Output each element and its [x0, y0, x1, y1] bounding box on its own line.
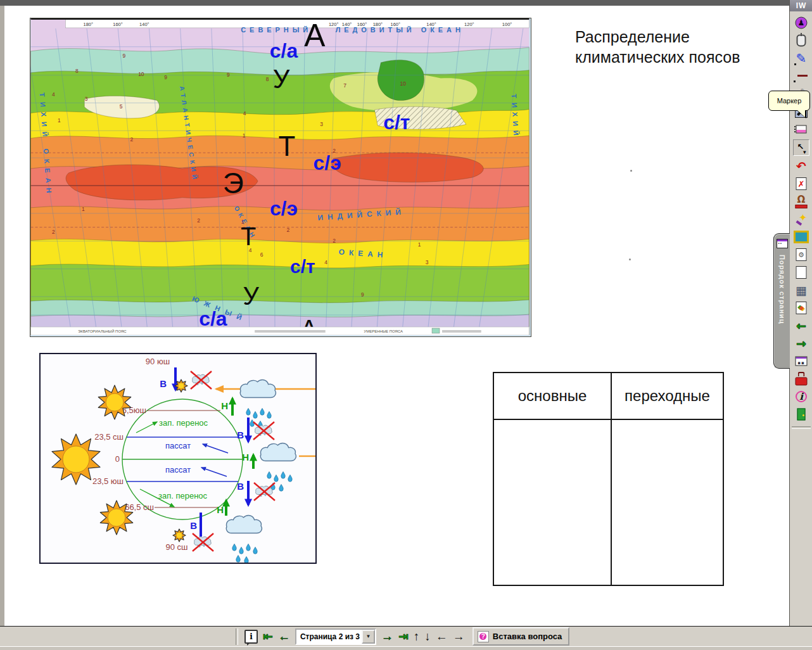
eraser-glyph [794, 122, 809, 137]
line-icon[interactable] [794, 68, 809, 84]
eraser-icon[interactable] [794, 122, 809, 137]
longitude-tick-label: 100° [502, 22, 512, 27]
table-header-row: основные переходные [494, 373, 723, 420]
page-title-line1: Распределение [575, 27, 740, 47]
status-strip [0, 646, 812, 650]
climate-zone-label: Т [279, 131, 296, 162]
west-transfer-label-s: зап. перенос [158, 491, 208, 500]
page-sorter-tab-label: Порядок страниц [778, 255, 786, 324]
page-title-line2: климатических поясов [575, 47, 740, 67]
gallery-page-icon[interactable] [794, 300, 809, 315]
region-number: 2 [130, 136, 134, 143]
page-selector-dropdown-arrow[interactable]: ▼ [362, 630, 375, 644]
insert-question-button[interactable]: Вставка вопроса [473, 627, 570, 646]
nav-prev-button[interactable]: ← [278, 630, 290, 642]
region-number: 9 [164, 74, 167, 80]
exit-icon[interactable] [794, 407, 809, 422]
page-sorter-icon[interactable] [794, 354, 809, 369]
line-glyph [794, 68, 809, 84]
table-cell-main[interactable] [494, 420, 612, 585]
map-legend-temperate: УМЕРЕННЫЕ ПОЯСА [364, 329, 403, 333]
toolbox-glyph [794, 371, 809, 386]
pen-speck [629, 258, 631, 260]
region-number: 4 [52, 91, 55, 98]
pen-speck [630, 170, 632, 172]
atmosphere-circulation-diagram[interactable]: 90 юш 66,5юш 23,5 сш 0 23,5 юш 66,5 сш 9… [39, 353, 317, 564]
zones-table[interactable]: основные переходные [493, 372, 724, 586]
stamp-glyph [794, 194, 809, 209]
ocean-label-arctic2: ЛЕДОВИТЫЙ ОКЕАН [336, 26, 464, 34]
nav-last-button[interactable]: ⇥ [398, 630, 409, 642]
region-number: 9 [361, 291, 364, 298]
climate-map-image[interactable]: 180°160°140°120°140°160°180°160°140°120°… [30, 18, 531, 337]
table-cell-transitional[interactable] [612, 420, 723, 585]
nav-next-button[interactable]: → [381, 630, 393, 642]
page-setup-icon[interactable] [794, 247, 809, 262]
navigation-toolbar: i⇤←Страница 2 из 3▼→⇥↑↓←→Вставка вопроса [0, 626, 812, 646]
nav-first-button[interactable]: ⇤ [263, 630, 273, 642]
gallery-icon[interactable] [794, 229, 809, 245]
flashlight-icon[interactable] [794, 212, 809, 227]
new-page-glyph [794, 265, 809, 280]
table-body-row [494, 420, 723, 585]
lat-90N: 90 сш [165, 542, 187, 552]
region-number: 5 [120, 103, 123, 110]
page-title[interactable]: Распределение климатических поясов [575, 27, 740, 67]
region-number: 2 [287, 227, 290, 233]
undo-icon[interactable] [794, 158, 809, 174]
region-number: 1 [58, 117, 61, 124]
toolbar-divider [236, 628, 238, 645]
climate-zone-label: А [304, 18, 326, 53]
page-sorter-icon [777, 239, 788, 248]
table-header-main: основные [494, 373, 612, 419]
region-number: 3 [426, 259, 429, 265]
region-number: 7 [343, 82, 346, 89]
tooltip: Маркер [768, 91, 810, 111]
grid-page-glyph [794, 283, 809, 298]
stamp-icon[interactable] [794, 194, 809, 209]
note-button[interactable]: i [244, 630, 258, 644]
app-badge[interactable]: IW [790, 0, 812, 11]
presenter-icon[interactable] [794, 15, 809, 30]
page-sorter-tab[interactable]: Порядок страниц [773, 233, 790, 369]
toolbox-icon[interactable] [794, 371, 809, 386]
mouse-glyph [794, 33, 809, 48]
about-icon[interactable] [794, 389, 809, 404]
high-pressure-letter: В [160, 378, 167, 389]
select-icon[interactable] [793, 139, 809, 156]
next-page-glyph [794, 336, 809, 351]
gallery-glyph [794, 229, 809, 245]
west-transfer-label-n: зап. перенос [159, 418, 208, 428]
region-number: 2 [333, 238, 336, 244]
undo-glyph [794, 158, 809, 174]
prev-page-icon[interactable] [794, 318, 809, 333]
select-glyph [794, 140, 809, 155]
move-down-button[interactable]: ↓ [424, 630, 431, 642]
gallery-page-glyph [794, 300, 809, 315]
new-page-icon[interactable] [794, 265, 809, 280]
high-pressure-letter: В [237, 481, 244, 492]
lat-23N: 23,5 сш [94, 432, 124, 442]
climate-zone-label: с/т [383, 111, 410, 134]
climate-zone-label: У [273, 64, 290, 94]
page-selector-button[interactable]: Страница 2 из 3▼ [295, 628, 376, 645]
pen-glyph [794, 51, 809, 66]
high-pressure-letter: В [237, 430, 244, 440]
region-number: 3 [85, 96, 88, 102]
region-number: 4 [243, 110, 246, 117]
move-left-button[interactable]: ← [436, 630, 448, 642]
page-setup-glyph [794, 247, 809, 262]
grid-page-icon[interactable] [794, 283, 809, 298]
insert-question-label: Вставка вопроса [493, 632, 562, 641]
next-page-icon[interactable] [794, 336, 809, 351]
move-right-button[interactable]: → [453, 630, 465, 642]
delete-page-icon[interactable] [794, 176, 809, 191]
delete-page-glyph [794, 176, 809, 191]
pen-icon[interactable] [794, 51, 809, 66]
climate-zone-label: Т [241, 222, 256, 250]
mouse-icon[interactable] [794, 33, 809, 48]
low-pressure-letter: Н [242, 452, 249, 462]
climate-zone-label: Э [223, 167, 244, 200]
move-up-button[interactable]: ↑ [414, 630, 420, 642]
low-pressure-letter: Н [217, 504, 224, 515]
